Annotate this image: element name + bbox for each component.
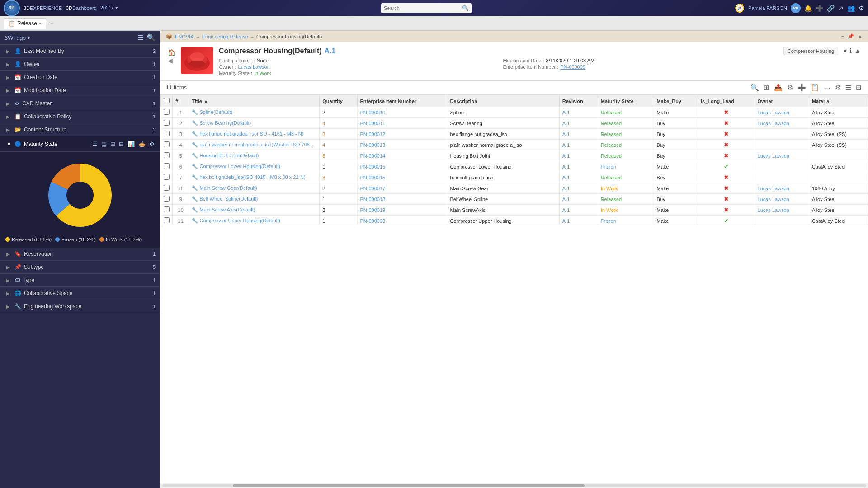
user-avatar[interactable]: PP [791, 3, 801, 13]
row-owner[interactable] [755, 216, 809, 226]
sidebar-item-subtype[interactable]: ▶ 📌 Subtype 5 [0, 261, 160, 274]
info-icon[interactable]: ℹ [849, 47, 852, 54]
row-ein[interactable]: PN-000019 [357, 205, 447, 216]
settings-icon[interactable]: ⚙ [148, 140, 156, 148]
sidebar-item-collaborative-space[interactable]: ▶ 🌐 Collaborative Space 1 [0, 287, 160, 300]
dropdown-icon[interactable]: ▾ [844, 47, 847, 54]
sidebar-list-icon[interactable]: ☰ [137, 33, 143, 42]
enterprise-item-value[interactable]: PN-000009 [560, 64, 585, 70]
minimize-icon[interactable]: − [841, 33, 844, 39]
tab-add-button[interactable]: + [48, 19, 56, 28]
row-title[interactable]: 🔧 Housing Bolt Joint(Default) [189, 150, 320, 161]
row-owner[interactable]: Lucas Lawson [755, 194, 809, 205]
split-view-icon[interactable]: ⊟ [118, 140, 125, 148]
sidebar-item-engineering-workspace[interactable]: ▶ 🔧 Engineering Workspace 1 [0, 300, 160, 313]
sidebar-item-modification-date[interactable]: ▶ 📅 Modification Date 1 [0, 84, 160, 97]
row-owner[interactable] [755, 140, 809, 150]
row-title[interactable]: 🔧 Screw Bearing(Default) [189, 118, 320, 129]
sidebar-title-dropdown[interactable]: ▾ [28, 35, 30, 40]
tab-release[interactable]: 📋 Release ▾ [4, 18, 46, 29]
row-owner[interactable] [755, 129, 809, 140]
col-make-buy[interactable]: Make_Buy [654, 95, 698, 107]
row-ein[interactable]: PN-000011 [357, 118, 447, 129]
row-title[interactable]: 🔧 Belt Wheel Spline(Default) [189, 194, 320, 205]
row-title[interactable]: 🔧 Spline(Default) [189, 107, 320, 118]
pin-icon[interactable]: 📌 [848, 33, 854, 39]
row-ein[interactable]: PN-000013 [357, 140, 447, 150]
bar-chart-icon[interactable]: 📊 [127, 140, 136, 148]
toolbar-view-grid-icon[interactable]: ⊟ [855, 83, 863, 93]
row-ein[interactable]: PN-000018 [357, 194, 447, 205]
search-icon[interactable]: 🔍 [462, 5, 469, 11]
row-owner[interactable]: Lucas Lawson [755, 183, 809, 194]
row-title[interactable]: 🔧 hex flange nut gradea_iso(ISO - 4161 -… [189, 129, 320, 140]
sidebar-item-reservation[interactable]: ▶ 🔖 Reservation 1 [0, 248, 160, 261]
sidebar-item-type[interactable]: ▶ 🏷 Type 1 [0, 274, 160, 287]
sidebar-item-cad-master[interactable]: ▶ ⚙ CAD Master 1 [0, 97, 160, 110]
row-owner[interactable]: Lucas Lawson [755, 118, 809, 129]
col-material[interactable]: Material [809, 95, 868, 107]
row-checkbox[interactable] [161, 129, 173, 140]
toolbar-view-list-icon[interactable]: ☰ [844, 83, 852, 93]
row-title[interactable]: 🔧 hex bolt gradeb_iso(ISO 4015 - M8 x 30… [189, 172, 320, 183]
toolbar-columns-icon[interactable]: ⊞ [763, 83, 770, 93]
toolbar-add-icon[interactable]: ➕ [797, 83, 807, 93]
compass-icon[interactable]: 🧭 [735, 3, 745, 13]
row-owner[interactable]: Lucas Lawson [755, 150, 809, 161]
row-owner[interactable]: Lucas Lawson [755, 205, 809, 216]
row-owner[interactable]: Lucas Lawson [755, 107, 809, 118]
sidebar-item-last-modified-by[interactable]: ▶ 👤 Last Modified By 2 [0, 45, 160, 58]
row-checkbox[interactable] [161, 183, 173, 194]
upload-icon[interactable]: ▲ [854, 47, 861, 54]
col-is-long-lead[interactable]: Is_Long_Lead [698, 95, 755, 107]
row-checkbox[interactable] [161, 161, 173, 172]
toolbar-search-icon[interactable]: 🔍 [750, 83, 760, 93]
col-owner[interactable]: Owner [755, 95, 809, 107]
row-title[interactable]: 🔧 Compressor Upper Housing(Default) [189, 216, 320, 226]
nav-home-icon[interactable]: 🏠 [168, 49, 175, 56]
row-checkbox[interactable] [161, 205, 173, 216]
col-quantity[interactable]: Quantity [320, 95, 357, 107]
list-view-icon[interactable]: ☰ [91, 140, 99, 148]
toolbar-copy-icon[interactable]: 📋 [810, 83, 820, 93]
sidebar-title[interactable]: 6WTags ▾ [5, 34, 30, 41]
col-description[interactable]: Description [447, 95, 559, 107]
sidebar-item-collaborative-policy[interactable]: ▶ 📋 Collaborative Policy 1 [0, 110, 160, 123]
row-ein[interactable]: PN-000016 [357, 161, 447, 172]
row-title[interactable]: 🔧 Compressor Lower Housing(Default) [189, 161, 320, 172]
scroll-thumb[interactable] [233, 484, 585, 487]
toolbar-settings-icon[interactable]: ⚙ [834, 83, 842, 93]
users-icon[interactable]: 👥 [847, 5, 855, 12]
breadcrumb-enovia[interactable]: ENOVIA [175, 34, 194, 39]
grid-view-icon[interactable]: ⊞ [109, 140, 116, 148]
sidebar-search-icon[interactable]: 🔍 [147, 33, 156, 42]
export-icon[interactable]: ↗ [838, 5, 844, 12]
row-title[interactable]: 🔧 plain washer normal grade a_iso(Washer… [189, 140, 320, 150]
owner-value[interactable]: Lucas Lawson [238, 64, 270, 70]
detail-view-icon[interactable]: ▤ [100, 140, 108, 148]
col-checkbox[interactable] [161, 95, 173, 107]
share-icon[interactable]: 🔗 [827, 5, 835, 12]
tab-release-dropdown[interactable]: ▾ [39, 21, 41, 26]
col-title[interactable]: Title ▲ [189, 95, 320, 107]
row-title[interactable]: 🔧 Main Screw Gear(Default) [189, 183, 320, 194]
row-title[interactable]: 🔧 Main Screw Axis(Default) [189, 205, 320, 216]
row-owner[interactable] [755, 161, 809, 172]
col-maturity-state[interactable]: Maturity State [598, 95, 654, 107]
row-checkbox[interactable] [161, 194, 173, 205]
toolbar-export-icon[interactable]: 📤 [773, 83, 783, 93]
row-ein[interactable]: PN-000017 [357, 183, 447, 194]
settings-icon[interactable]: ⚙ [859, 5, 864, 12]
select-all-checkbox[interactable] [164, 98, 170, 103]
row-ein[interactable]: PN-000020 [357, 216, 447, 226]
search-input[interactable] [384, 5, 460, 11]
breadcrumb-engineering-release[interactable]: Engineering Release [202, 34, 248, 39]
horizontal-scrollbar[interactable] [160, 483, 868, 488]
maturity-state-header[interactable]: ▼ 🔵 Maturity State ☰ ▤ ⊞ ⊟ 📊 🥧 ⚙ [0, 136, 160, 152]
row-ein[interactable]: PN-000014 [357, 150, 447, 161]
row-checkbox[interactable] [161, 172, 173, 183]
row-checkbox[interactable] [161, 150, 173, 161]
toolbar-filter-icon[interactable]: ⚙ [786, 83, 794, 93]
nav-back-icon[interactable]: ◀ [168, 57, 175, 64]
col-enterprise-item-number[interactable]: Enterprise Item Number [357, 95, 447, 107]
